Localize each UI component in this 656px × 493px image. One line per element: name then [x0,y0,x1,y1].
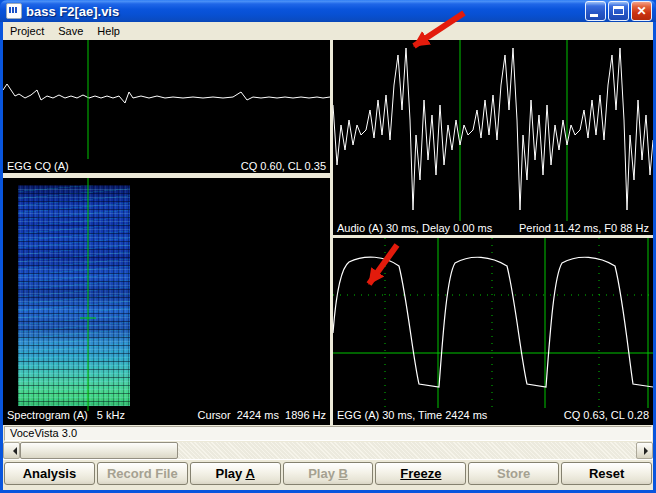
window-titlebar[interactable]: bass F2[ae].vis [0,0,656,22]
audio-readout: Period 11.42 ms, F0 88 Hz [519,221,649,235]
maximize-button[interactable] [608,1,629,21]
egg-panel[interactable]: EGG (A) 30 ms, Time 2424 ms CQ 0.63, CL … [333,238,653,425]
egg-cq-label: EGG CQ (A) [7,159,69,173]
spectrogram-panel[interactable]: Spectrogram (A) 5 kHz Cursor 2424 ms 189… [3,178,330,425]
egg-readout: CQ 0.63, CL 0.28 [564,408,649,422]
spectrogram-label: Spectrogram (A) 5 kHz [7,408,125,422]
audio-label: Audio (A) 30 ms, Delay 0.00 ms [337,221,492,235]
menu-help[interactable]: Help [90,23,127,39]
audio-waveform [333,40,653,221]
egg-waveform [333,238,653,408]
egg-cq-status-strip: EGG CQ (A) CQ 0.60, CL 0.35 [3,159,330,173]
egg-label: EGG (A) 30 ms, Time 2424 ms [337,408,487,422]
cursor-readout: Cursor 2424 ms 1896 Hz [198,408,326,422]
scroll-right-arrow-icon[interactable] [636,442,653,459]
button-toolbar: Analysis Record File Play A Play B Freez… [3,459,653,487]
horizontal-scrollbar[interactable] [3,442,653,459]
spectrogram-status-strip: Spectrogram (A) 5 kHz Cursor 2424 ms 189… [3,408,330,422]
window-title: bass F2[ae].vis [26,4,583,19]
play-b-button: Play B [283,462,374,485]
scrollbar-thumb[interactable] [20,442,178,459]
egg-cq-panel[interactable]: EGG CQ (A) CQ 0.60, CL 0.35 [3,40,330,173]
store-button: Store [468,462,559,485]
status-text: VoceVista 3.0 [4,426,652,441]
app-client-area: Project Save Help EGG CQ (A) CQ 0.60, CL… [3,22,653,490]
menu-bar: Project Save Help [3,22,653,40]
spectrogram-overlay [3,178,330,411]
minimize-button[interactable] [585,1,606,21]
app-icon [6,3,22,19]
menu-save[interactable]: Save [51,23,90,39]
audio-panel[interactable]: Audio (A) 30 ms, Delay 0.00 ms Period 11… [333,40,653,235]
egg-status-strip: EGG (A) 30 ms, Time 2424 ms CQ 0.63, CL … [333,408,653,422]
menu-project[interactable]: Project [3,23,51,39]
egg-cq-waveform [3,40,330,159]
audio-status-strip: Audio (A) 30 ms, Delay 0.00 ms Period 11… [333,221,653,235]
play-a-button[interactable]: Play A [190,462,281,485]
freeze-button[interactable]: Freeze [375,462,466,485]
analysis-button[interactable]: Analysis [4,462,95,485]
scroll-left-arrow-icon[interactable] [3,442,20,459]
egg-cq-readout: CQ 0.60, CL 0.35 [241,159,326,173]
status-bar: VoceVista 3.0 [3,425,653,442]
main-plot-area: EGG CQ (A) CQ 0.60, CL 0.35 Audio (A) 30… [3,40,653,425]
close-button[interactable] [631,1,652,21]
reset-button[interactable]: Reset [561,462,652,485]
record-file-button: Record File [97,462,188,485]
